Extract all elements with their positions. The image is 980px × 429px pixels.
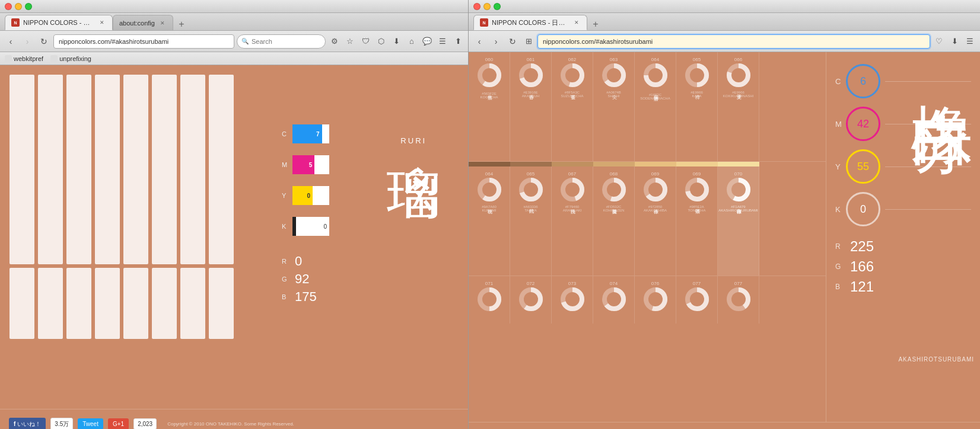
- grid-item-row3-7[interactable]: 077: [718, 276, 759, 324]
- cmyk-m-bar-bg: 5: [292, 155, 329, 174]
- grid-item-row3-2[interactable]: 072: [510, 276, 552, 324]
- grid-item-kogecha[interactable]: 060 焦茶 #563F2E KOGECHA: [469, 52, 510, 161]
- cmyk-c-label: C: [282, 130, 289, 137]
- new-tab-button-right[interactable]: +: [590, 18, 602, 30]
- refresh-button-right[interactable]: ↻: [505, 34, 520, 49]
- item-number-taisya: 065: [527, 171, 534, 177]
- fb-count-left: 3.5万: [50, 418, 73, 430]
- toolbar-left: ‹ › ↻ 🔍 ⚙ ☆ 🛡 ⬡ ⬇ ⌂ 💬 ☰ ⬆: [0, 31, 468, 52]
- traffic-lights-left: [5, 3, 32, 10]
- dial-c-label: C: [835, 77, 846, 86]
- grid-item-kurumi[interactable]: 064 胡桃 #9A7A60 KURUMI: [469, 167, 510, 276]
- grid-item-aramgaki[interactable]: 067 洗柿 #F79460 ARAMGAKI: [552, 167, 593, 276]
- donut-r3-1: [476, 286, 502, 312]
- bookmark-icon-right[interactable]: ♡: [933, 35, 946, 48]
- refresh-button-left[interactable]: ↻: [37, 34, 51, 49]
- download-icon-right[interactable]: ⬇: [948, 35, 961, 48]
- download-icon-left[interactable]: ⬇: [390, 35, 403, 48]
- donut-aramgaki: [559, 177, 586, 203]
- donut-r3-4: [601, 286, 627, 312]
- gp-count-left: 2,023: [133, 418, 157, 429]
- grid-item-akakouh[interactable]: 061 赤香 #E3916E AKAKOUH: [510, 52, 552, 161]
- home-icon-left[interactable]: ⌂: [405, 35, 418, 48]
- gp-button-left[interactable]: G+1: [108, 418, 129, 429]
- item-roman-sodenkaracha: SODENKARACHA: [640, 97, 670, 100]
- grid-item-taisya[interactable]: 065 代結 #A63336 TAISYA: [510, 167, 552, 276]
- titlebar-left: [0, 0, 468, 13]
- right-info-panel: C 6 M 42: [826, 52, 980, 422]
- maximize-button-right[interactable]: [494, 3, 501, 10]
- item-roman-kogecha: KOGECHA: [480, 95, 498, 99]
- grid-item-akashirotsurubami[interactable]: 070 赤白橡 #F1A679 AKASHIROTSURUBAMI: [718, 167, 759, 276]
- minimize-button-left[interactable]: [15, 3, 22, 10]
- item-roman-akakouh: AKAKOUH: [522, 94, 539, 98]
- settings-icon-left[interactable]: ⚙: [328, 35, 341, 48]
- bookmark-unprefixing[interactable]: unprefixing: [50, 55, 91, 62]
- url-bar-left[interactable]: [53, 34, 234, 49]
- grid-item-row3-3[interactable]: 073: [552, 276, 593, 324]
- grid-item-kohirozen[interactable]: 068 黄橡染 #FD532C KOHIROZEN: [593, 167, 635, 276]
- tab-close-right[interactable]: ✕: [572, 18, 581, 27]
- tab-nippon-right[interactable]: N NIPPON COLORS - 日本の伝… ✕: [473, 15, 587, 30]
- fb-button-left[interactable]: f いいね！: [9, 418, 46, 430]
- back-button-right[interactable]: ‹: [472, 34, 486, 49]
- item-number-shishi: 063: [610, 57, 618, 62]
- grid-item-tonocha[interactable]: 069 磯茶 #985E2A TONOCHA: [676, 167, 718, 276]
- grid-item-row3-6[interactable]: 077: [676, 276, 718, 324]
- new-tab-button-left[interactable]: +: [176, 18, 187, 30]
- grid-item-kaba[interactable]: 065 樺 #E9966 KABA: [676, 52, 718, 161]
- tab-nippon-left[interactable]: N NIPPON COLORS - 日本の… ✕: [5, 15, 113, 30]
- forward-button-left[interactable]: ›: [20, 34, 34, 49]
- grid-item-kokikuchinashi[interactable]: 066 深支子 #E9966 KOKIKUCHINASHI: [718, 52, 759, 161]
- grid-item-shishi[interactable]: 063 尖 #A0674B SHISHI: [593, 52, 635, 161]
- tw-button-left[interactable]: Tweet: [78, 418, 103, 429]
- grid-item-row3-5[interactable]: 076: [635, 276, 676, 324]
- forward-button-right[interactable]: ›: [489, 34, 503, 49]
- social-footer-right: f いいね！ 3.5万 Tweet G+1 2,023 Copyright © …: [469, 422, 980, 429]
- rgb-g-value: 92: [295, 271, 309, 287]
- grid-icon-right[interactable]: ⊞: [522, 35, 535, 48]
- color-divider: [469, 162, 826, 167]
- star-icon-left[interactable]: ☆: [343, 35, 357, 48]
- grid-item-sodenkaracha[interactable]: 064 宗伝唐茶 #1692C SODENKARACHA: [635, 52, 676, 161]
- cmyk-y-row: Y 0: [282, 186, 329, 205]
- menu-icon-left[interactable]: ☰: [436, 35, 449, 48]
- upload-icon-left[interactable]: ⬆: [451, 35, 464, 48]
- tab-config-left[interactable]: about:config ✕: [113, 15, 173, 30]
- url-bar-right[interactable]: [537, 34, 930, 49]
- div-bar-4: [593, 162, 635, 167]
- toolbar-right: ‹ › ↻ ⊞ ♡ ⬇ ☰: [469, 31, 980, 52]
- search-input-left[interactable]: [237, 34, 326, 49]
- minimize-button-right[interactable]: [483, 3, 491, 10]
- tab-config-close[interactable]: ✕: [158, 19, 167, 27]
- item-number-tonocha: 069: [693, 171, 701, 177]
- dial-k-line: [885, 209, 971, 210]
- bookmark-label-unprefixing: unprefixing: [59, 55, 91, 62]
- grid-item-row3-1[interactable]: 071: [469, 276, 510, 324]
- swatch-4-bot: [95, 268, 120, 339]
- donut-sodenkaracha: [642, 62, 669, 88]
- menu-icon-right[interactable]: ☰: [963, 35, 976, 48]
- tab-close-left[interactable]: ✕: [98, 18, 106, 27]
- item-number-kurumi: 064: [485, 171, 493, 177]
- grid-item-row3-4[interactable]: 074: [593, 276, 635, 324]
- rgb-r-label: R: [282, 258, 289, 265]
- maximize-button-left[interactable]: [25, 3, 32, 10]
- color-col-7: [180, 75, 205, 339]
- dial-c-row: C 6: [835, 64, 971, 98]
- close-button-left[interactable]: [5, 3, 12, 10]
- copyright-left: Copyright © 2010 ONO TAKEHIKO. Some Righ…: [167, 421, 294, 427]
- dial-y-row: Y 55: [835, 149, 971, 184]
- shield-icon-left[interactable]: 🛡: [359, 35, 372, 48]
- grid-item-suzumecha[interactable]: 062 雀茶 #8F5A3C SUZUMECHA: [552, 52, 593, 161]
- bookmark-webkitpref[interactable]: webkitpref: [5, 55, 43, 62]
- grid-item-akakochiba[interactable]: 069 赤橡 #972850 AKAKOCHIBA: [635, 167, 676, 276]
- close-button-right[interactable]: [473, 3, 481, 10]
- chat-icon-left[interactable]: 💬: [421, 35, 434, 48]
- color-col-5: [123, 75, 148, 339]
- item-number-kokikuchinashi: 066: [734, 57, 742, 62]
- back-button-left[interactable]: ‹: [4, 34, 18, 49]
- item-roman-suzumecha: SUZUMECHA: [561, 94, 583, 98]
- pocket-icon-left[interactable]: ⬡: [374, 35, 387, 48]
- search-container-left: 🔍: [237, 34, 326, 49]
